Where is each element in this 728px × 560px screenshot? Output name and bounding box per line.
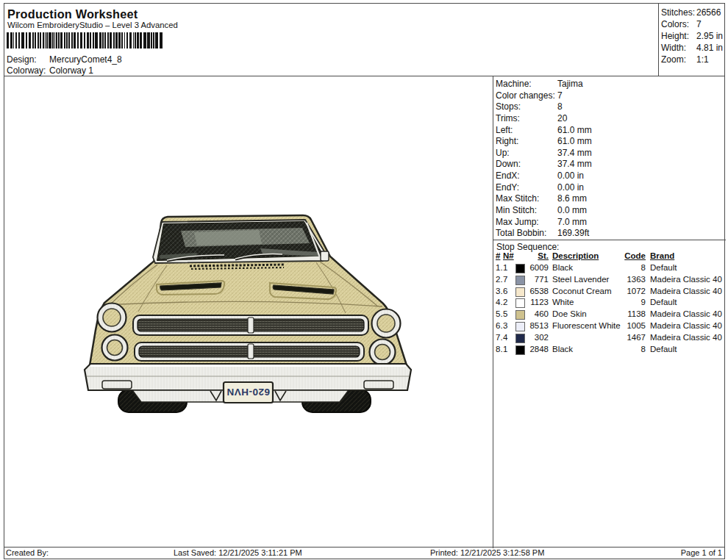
detail-label: Total Bobbin:: [496, 228, 546, 238]
colorway-row: Colorway: Colorway 1: [7, 65, 315, 76]
header-section: Production Worksheet Wilcom EmbroiderySt…: [4, 4, 724, 76]
thread-number: 771: [521, 275, 549, 284]
thread-code: 1138: [603, 309, 646, 318]
stop-sequence-row: 2. 7 771 Steel Lavender 1363 Madeira Cla…: [496, 275, 725, 287]
machine-details-list: Machine:Tajima Color changes:7 Stops:8 T…: [493, 76, 726, 240]
detail-value: 8: [557, 101, 563, 112]
stop-sequence-table: # N# St. Description Code Brand 1. 1 600…: [496, 251, 725, 356]
detail-value: 61.0 mm: [557, 125, 592, 135]
worksheet-page: Production Worksheet Wilcom EmbroiderySt…: [4, 3, 725, 559]
needle-number: 4: [503, 333, 507, 342]
design-barcode-icon: [6, 32, 164, 49]
stop-sequence-title: Stop Sequence:: [496, 242, 559, 252]
detail-row: Left:61.0 mm: [496, 125, 726, 137]
thread-description: Steel Lavender: [552, 275, 609, 284]
needle-number: 6: [503, 287, 507, 295]
thread-description: White: [552, 298, 574, 306]
detail-label: Max Jump:: [496, 217, 539, 227]
detail-row: Trims:20: [496, 113, 726, 125]
row-index: 4.: [496, 298, 503, 306]
detail-value: 0.00 in: [557, 170, 584, 181]
footer-bar: Created By: Last Saved: 12/21/2025 3:11:…: [4, 547, 724, 559]
detail-row: Up:37.4 mm: [496, 148, 726, 159]
thread-number: 1123: [521, 298, 549, 306]
thread-code: 8: [603, 263, 646, 272]
thread-description: Doe Skin: [552, 309, 587, 318]
detail-row: Max Stitch:8.6 mm: [496, 193, 726, 205]
detail-row: Max Jump:7.0 mm: [496, 217, 726, 229]
col-header-st: St.: [521, 251, 549, 260]
detail-value: 37.4 mm: [557, 148, 592, 158]
needle-number: 7: [503, 275, 507, 284]
thread-number: 6538: [521, 287, 549, 295]
stop-sequence-row: 8. 1 2848 Black 8 Default: [496, 345, 725, 356]
license-plate: 620-HVN: [224, 382, 273, 403]
headlight-left-upper: [98, 304, 126, 332]
stat-row: Height:2.95 in: [661, 31, 724, 43]
detail-value: 7.0 mm: [557, 217, 587, 227]
footer-page-number: Page 1 of 1: [681, 548, 722, 557]
col-header-n: N#: [503, 251, 514, 260]
needle-number: 1: [503, 263, 507, 272]
detail-value: 169.39ft: [557, 228, 589, 238]
detail-value: 7: [557, 90, 563, 101]
col-header-description: Description: [552, 251, 599, 260]
detail-label: Up:: [496, 148, 510, 158]
detail-label: EndY:: [496, 182, 519, 193]
stop-sequence-row: 7. 4 302 1467 Madeira Classic 40: [496, 333, 725, 345]
colorway-value: Colorway 1: [49, 65, 93, 76]
row-index: 7.: [496, 333, 503, 342]
row-index: 8.: [496, 345, 503, 353]
grille-lower: [135, 342, 364, 361]
thread-code: 1363: [603, 275, 646, 284]
detail-value: 61.0 mm: [557, 136, 592, 146]
stat-label: Height:: [661, 31, 689, 41]
thread-code: 9: [603, 298, 646, 306]
thread-code: 1072: [603, 287, 646, 295]
needle-number: 5: [503, 309, 507, 318]
embroidery-design-car: 620-HVN: [4, 76, 493, 548]
detail-label: Stops:: [496, 101, 521, 112]
detail-row: Min Stitch:0.0 mm: [496, 205, 726, 217]
thread-brand: Default: [650, 345, 677, 353]
app-subtitle: Wilcom EmbroideryStudio – Level 3 Advanc…: [7, 21, 178, 29]
thread-brand: Madeira Classic 40: [650, 333, 722, 342]
headlight-right-lower: [370, 340, 396, 365]
detail-label: Left:: [496, 125, 513, 135]
footer-last-saved: Last Saved: 12/21/2025 3:11:21 PM: [174, 548, 302, 557]
row-index: 1.: [496, 263, 503, 272]
detail-label: Down:: [496, 159, 521, 169]
stat-label: Zoom:: [661, 54, 686, 65]
row-index: 2.: [496, 275, 503, 284]
thread-brand: Default: [650, 298, 677, 306]
col-header-num: #: [496, 251, 500, 260]
detail-row: Right:61.0 mm: [496, 136, 726, 148]
stop-sequence-row: 4. 2 1123 White 9 Default: [496, 298, 725, 309]
detail-label: Color changes:: [496, 90, 555, 101]
thread-brand: Madeira Classic 40: [650, 275, 722, 284]
thread-code: 1005: [603, 321, 646, 330]
detail-value: 0.00 in: [557, 182, 584, 193]
bumper-slot-left: [102, 381, 132, 389]
detail-label: EndX:: [496, 170, 520, 181]
stop-sequence-row: 3. 6 6538 Coconut Cream 1072 Madeira Cla…: [496, 287, 725, 298]
thread-description: Black: [552, 345, 573, 353]
needle-number: 1: [503, 345, 507, 353]
side-mirror: [321, 251, 329, 261]
detail-label: Max Stitch:: [496, 193, 539, 204]
detail-value: Tajima: [557, 79, 583, 89]
stat-value: 1:1: [696, 54, 709, 65]
thread-code: 1467: [603, 333, 646, 342]
stat-label: Colors:: [661, 19, 689, 29]
detail-label: Right:: [496, 136, 518, 146]
page-title: Production Worksheet: [7, 7, 138, 21]
panel-divider: [493, 240, 726, 240]
detail-row: Machine:Tajima: [496, 79, 726, 90]
thread-number: 6009: [521, 263, 549, 272]
windshield-reflection-bright: [194, 230, 262, 245]
footer-created-by: Created By:: [6, 548, 49, 557]
detail-value: 20: [557, 113, 567, 123]
thread-number: 2848: [521, 345, 549, 353]
stat-value: 2.95 in: [696, 31, 723, 41]
design-details-panel: Machine:Tajima Color changes:7 Stops:8 T…: [493, 76, 726, 548]
